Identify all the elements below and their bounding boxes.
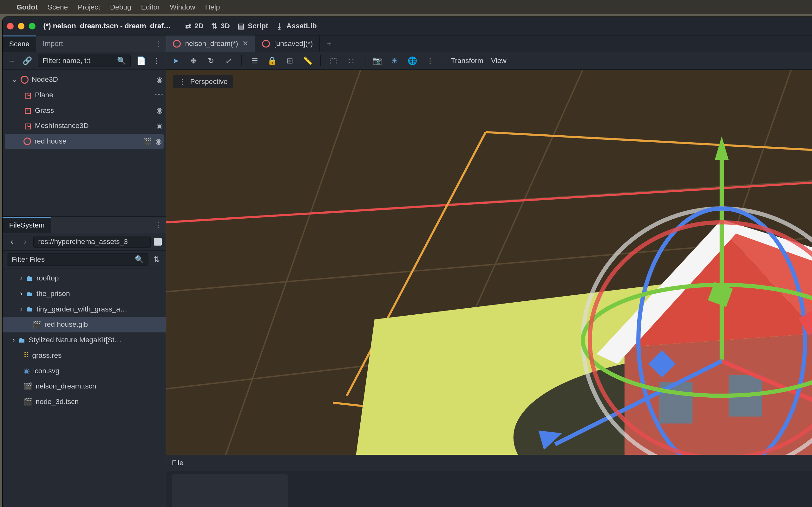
- app-name[interactable]: Godot: [16, 3, 38, 11]
- scene-toolbar: ＋ 🔗 Filter: name, t:t 🔍 📄 ⋮: [3, 52, 166, 70]
- workspace-script[interactable]: ▤Script: [238, 22, 268, 31]
- visibility-icon[interactable]: ◉: [156, 122, 163, 130]
- scene-tab-label: nelson_dream(*): [185, 40, 238, 48]
- add-scene-button[interactable]: ＋: [320, 39, 338, 49]
- scene-panel-tabs: Scene Import ⋮: [3, 36, 166, 52]
- menu-window[interactable]: Window: [170, 3, 195, 11]
- expand-icon[interactable]: ›: [20, 274, 23, 282]
- menu-project[interactable]: Project: [78, 3, 100, 11]
- file-panel-body[interactable]: [166, 471, 812, 507]
- back-button[interactable]: ‹: [7, 237, 17, 246]
- fs-folder[interactable]: ›🖿rooftop: [3, 271, 166, 286]
- local-space-icon[interactable]: ⬚: [328, 56, 339, 65]
- expand-icon[interactable]: ⌄: [11, 75, 17, 84]
- scene-tab[interactable]: nelson_dream(*) ✕: [166, 36, 255, 52]
- node3d-icon: [20, 76, 28, 83]
- tab-filesystem[interactable]: FileSystem: [3, 217, 51, 233]
- scene-extra-menu[interactable]: ⋮: [152, 56, 161, 65]
- search-icon: 🔍: [135, 255, 144, 264]
- panel-menu-icon[interactable]: ⋮: [150, 221, 166, 229]
- resource-icon: ⠿: [23, 351, 29, 360]
- node3d-icon: [23, 137, 31, 145]
- menu-debug[interactable]: Debug: [110, 3, 131, 11]
- extra-menu[interactable]: ⋮: [425, 56, 435, 65]
- scene-tree-node[interactable]: ◳ Grass ◉: [3, 103, 166, 118]
- forward-button[interactable]: ›: [20, 237, 30, 246]
- fs-folder[interactable]: ›🖿the_prison: [3, 286, 166, 302]
- move-tool[interactable]: ✥: [189, 56, 198, 65]
- file-filter-input[interactable]: Filter Files 🔍: [7, 253, 148, 266]
- node-label: Node3D: [32, 75, 153, 83]
- scene-tree-node[interactable]: ◳ Plane 〰: [3, 88, 166, 103]
- mesh-icon: ◳: [24, 122, 32, 130]
- menu-editor[interactable]: Editor: [141, 3, 160, 11]
- scene-tree-node-selected[interactable]: red house 🎬 ◉: [5, 134, 164, 149]
- scene-instance-icon[interactable]: 🎬: [143, 137, 152, 146]
- ruler-icon[interactable]: 📏: [303, 56, 312, 65]
- workspace-2d[interactable]: ⇄2D: [185, 22, 204, 31]
- select-tool[interactable]: ➤: [171, 56, 181, 65]
- scene-file-icon: 🎬: [23, 382, 32, 391]
- fs-file[interactable]: ⠿grass.res: [3, 348, 166, 363]
- rotate-tool[interactable]: ↻: [206, 56, 216, 65]
- visibility-icon[interactable]: ◉: [155, 137, 162, 146]
- tab-import[interactable]: Import: [36, 36, 70, 52]
- menu-help[interactable]: Help: [205, 3, 220, 11]
- environment-icon[interactable]: 🌐: [407, 56, 417, 65]
- menu-scene[interactable]: Scene: [48, 3, 68, 11]
- snap-icon[interactable]: ⸬: [346, 56, 356, 65]
- view-menu[interactable]: View: [491, 57, 507, 65]
- window-title: (*) nelson_dream.tscn - dream_draf…: [44, 22, 171, 30]
- scene-tree-node[interactable]: ◳ MeshInstance3D ◉: [3, 118, 166, 134]
- workspace-3d[interactable]: ⇅3D: [211, 22, 230, 31]
- file-panel-header: File ▣: [166, 455, 812, 471]
- fs-file[interactable]: 🎬node_3d.tscn: [3, 394, 166, 410]
- instance-scene-button[interactable]: 🔗: [22, 56, 32, 65]
- visibility-icon[interactable]: ◉: [156, 106, 163, 115]
- close-tab-icon[interactable]: ✕: [242, 39, 248, 48]
- fs-folder[interactable]: ›🖿Stylized Nature MegaKit[St…: [3, 332, 166, 348]
- mac-menubar: Godot Scene Project Debug Editor Window …: [0, 0, 812, 14]
- node-label: MeshInstance3D: [35, 122, 153, 130]
- panel-menu-icon[interactable]: ⋮: [150, 39, 166, 48]
- visibility-icon[interactable]: ◉: [156, 75, 163, 84]
- zoom-window-button[interactable]: [29, 23, 36, 30]
- script-attach-icon[interactable]: 📄: [136, 56, 146, 65]
- close-window-button[interactable]: [7, 23, 14, 30]
- transform-menu[interactable]: Transform: [451, 57, 484, 65]
- camera-icon[interactable]: 📷: [372, 56, 382, 65]
- minimize-window-button[interactable]: [18, 23, 25, 30]
- add-node-button[interactable]: ＋: [7, 56, 17, 66]
- tab-scene[interactable]: Scene: [3, 36, 36, 52]
- search-icon: 🔍: [117, 56, 126, 65]
- group-icon[interactable]: ⊞: [285, 56, 295, 65]
- scene-file-icon: 🎬: [32, 320, 41, 329]
- fs-file[interactable]: ◉icon.svg: [3, 363, 166, 379]
- sort-button[interactable]: ⇅: [152, 255, 161, 264]
- fs-file[interactable]: 🎬nelson_dream.tscn: [3, 379, 166, 394]
- svg-icon: ◉: [23, 367, 30, 375]
- fs-file-selected[interactable]: 🎬red house.glb: [3, 317, 166, 332]
- scene-tree[interactable]: ⌄ Node3D ◉ ◳ Plane 〰 ◳ Grass ◉: [3, 70, 166, 216]
- traffic-lights: [7, 23, 36, 30]
- scene-tree-node[interactable]: ⌄ Node3D ◉: [3, 72, 166, 88]
- scene-filter-input[interactable]: Filter: name, t:t 🔍: [38, 55, 131, 67]
- lock-icon[interactable]: 🔒: [267, 56, 277, 65]
- scene-file-icon: 🎬: [23, 397, 32, 406]
- scale-tool[interactable]: ⤢: [223, 56, 234, 65]
- workspace-assetlib[interactable]: ⭳AssetLib: [276, 22, 317, 31]
- node3d-icon: [262, 40, 270, 48]
- 3d-viewport[interactable]: ⋮ Perspective Y Z X: [166, 70, 812, 455]
- sun-icon[interactable]: ☀: [390, 56, 400, 65]
- path-input[interactable]: res://hypercinema_assets_3: [33, 236, 150, 248]
- titlebar: (*) nelson_dream.tscn - dream_draf… ⇄2D …: [3, 17, 812, 36]
- visibility-icon[interactable]: 〰: [155, 91, 163, 100]
- file-panel-label: File: [172, 459, 183, 467]
- scene-tab[interactable]: [unsaved](*): [255, 36, 320, 52]
- list-select-icon[interactable]: ☰: [250, 56, 259, 65]
- perspective-menu[interactable]: ⋮ Perspective: [173, 75, 233, 88]
- center-area: nelson_dream(*) ✕ [unsaved](*) ＋ ⛶ ➤ ✥ ↻…: [166, 36, 812, 507]
- viewport-scene: [166, 70, 812, 455]
- fs-folder[interactable]: ›🖿tiny_garden_with_grass_a…: [3, 301, 166, 317]
- filesystem-tree[interactable]: ›🖿rooftop ›🖿the_prison ›🖿tiny_garden_wit…: [3, 268, 166, 412]
